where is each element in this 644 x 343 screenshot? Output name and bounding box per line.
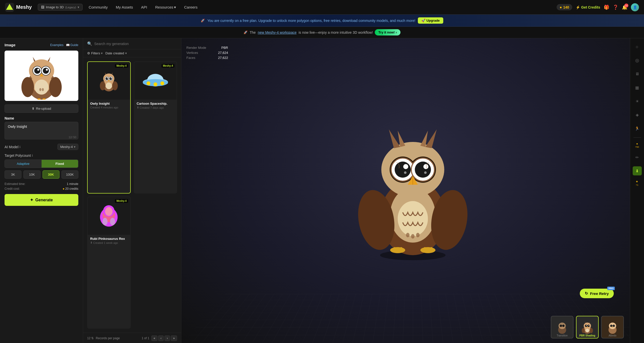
estimated-time-value: 1 minute [67, 182, 78, 186]
svg-point-40 [147, 82, 150, 85]
nav-careers[interactable]: Careers [184, 5, 197, 9]
notifications-button[interactable]: 🔔 10 [622, 5, 627, 10]
get-credits-button[interactable]: ⚡ Get Credits [576, 5, 600, 9]
upload-icon: ⬆ [32, 107, 35, 110]
name-input[interactable]: Owly Insight [5, 122, 78, 139]
meshy-tag: Meshy-4 [161, 64, 175, 68]
target-polycount-section: Target Polycount ℹ Adaptive Fixed 3K 10K… [5, 154, 78, 179]
viewer-area[interactable]: Render Mode PBR Vertices 27,624 Faces 27… [181, 38, 644, 343]
upgrade-button-promo[interactable]: 🚀 Upgrade [418, 17, 443, 24]
svg-point-33 [107, 78, 108, 79]
filter-bar: ⚙ Filters ▾ Date created ▾ [83, 49, 181, 57]
polycount-tabs: Adaptive Fixed [5, 160, 78, 168]
owl-3d-model [356, 122, 469, 260]
svg-point-95 [585, 325, 587, 327]
svg-point-85 [559, 322, 566, 329]
star-credits-indicator: ★ +1 [636, 180, 638, 186]
svg-point-17 [35, 80, 49, 95]
item-name: Cartoon Spaceship. [137, 102, 174, 105]
download-icon[interactable]: ⬇ [633, 166, 642, 175]
info-icon2[interactable]: ℹ [32, 154, 33, 157]
view-light-icon[interactable]: ☀ [633, 97, 642, 106]
prev-page-button[interactable]: ‹ [158, 335, 164, 341]
page-info: 1 of 1 [142, 336, 149, 340]
size-10k[interactable]: 10K [23, 170, 40, 179]
main-layout: Image Examples 📖 Guide [0, 38, 644, 343]
svg-point-94 [584, 322, 591, 329]
right-panel: Render Mode PBR Vertices 27,624 Faces 27… [181, 38, 644, 343]
free-retry-button[interactable]: ↻ Free Retry PRO [580, 289, 614, 298]
name-label: Name [5, 116, 14, 120]
svg-point-87 [562, 325, 564, 327]
examples-link[interactable]: Examples [50, 43, 63, 47]
list-item[interactable]: Meshy-4 Cartoon Spaceship. ⬇ Created [134, 61, 177, 194]
credits-badge[interactable]: ● 140 [557, 4, 572, 10]
list-item[interactable]: Meshy-4 Rubi Pinkosaurus Rex ⬇ Create [87, 197, 131, 329]
view-grid-icon[interactable]: ▦ [633, 83, 642, 92]
adaptive-tab[interactable]: Adaptive [5, 160, 42, 168]
credit-cost-value: ● 20 credits [63, 187, 78, 190]
per-page-selector[interactable]: 12 ⇅ [87, 336, 94, 340]
rocket-icon: 🚀 [201, 19, 205, 22]
workspace-link[interactable]: new Meshy-4 workspace [258, 30, 296, 34]
item-info: Owly Insight Created 4 minutes ago [88, 100, 130, 111]
gift-button[interactable]: 🎁 [604, 5, 609, 10]
generation-grid: Meshy-4 [83, 57, 181, 333]
sparkle-icon: ✦ [30, 198, 33, 202]
size-30k[interactable]: 30K [43, 170, 59, 179]
logo[interactable]: Meshy [5, 3, 32, 12]
pagination: 12 ⇅ Records per page 1 of 1 « ‹ › » [83, 333, 181, 343]
first-page-button[interactable]: « [151, 335, 158, 341]
svg-point-36 [106, 83, 112, 89]
svg-point-104 [613, 325, 615, 327]
model-selector[interactable]: Meshy-4 ▾ [57, 144, 78, 150]
svg-marker-66 [425, 129, 437, 148]
try-now-button[interactable]: Try it now! › [375, 29, 400, 35]
date-created-button[interactable]: Date created ▾ [105, 51, 127, 55]
last-page-button[interactable]: » [171, 335, 177, 341]
svg-point-42 [160, 82, 164, 85]
list-item[interactable]: Meshy-4 [87, 61, 131, 194]
view-target-icon[interactable]: ◎ [633, 56, 642, 65]
item-date: ⬇ Created 1 week ago [90, 241, 128, 244]
avatar[interactable]: 👤 [631, 3, 639, 11]
generate-button[interactable]: ✦ Generate [5, 194, 78, 206]
reupload-button[interactable]: ⬆ Re-upload [5, 104, 78, 113]
svg-point-48 [110, 218, 115, 225]
view-material-icon[interactable]: ◈ [633, 110, 642, 119]
promo-banner: 🚀 You are currently on a free plan. Upgr… [0, 15, 644, 27]
help-button[interactable]: ❓ [613, 5, 618, 10]
chevron-down-icon: ▾ [174, 5, 176, 10]
size-3k[interactable]: 3K [5, 170, 21, 179]
item-thumbnail: Meshy-4 [88, 197, 130, 235]
svg-point-100 [586, 329, 589, 332]
nav-api[interactable]: API [141, 5, 147, 9]
next-page-button[interactable]: › [164, 335, 170, 341]
image-upload-area[interactable] [5, 51, 78, 101]
owl-preview-art [19, 52, 64, 100]
search-input[interactable] [94, 42, 177, 46]
render-mode-value: PBR [221, 46, 228, 50]
nav-community[interactable]: Community [89, 5, 108, 9]
size-100k[interactable]: 100K [61, 170, 78, 179]
chevron-down-icon2: ▾ [125, 51, 127, 55]
guide-link[interactable]: 📖 Guide [66, 43, 78, 47]
mode-selector[interactable]: 🖼 Image to 3D (Legacy) ▾ [38, 4, 83, 11]
svg-point-96 [587, 325, 590, 327]
view-monitor-icon[interactable]: 🖥 [633, 69, 642, 79]
nav-my-assets[interactable]: My Assets [116, 5, 133, 9]
info-icon[interactable]: ℹ [19, 145, 21, 149]
thumb-transition[interactable]: Transition [551, 316, 573, 338]
thumb-albedo[interactable]: Albedo [601, 316, 624, 338]
nav-resources[interactable]: Resources▾ [155, 5, 176, 10]
thumb-pbr[interactable]: PBR Shading [576, 316, 599, 338]
draw-icon[interactable]: ✏ [633, 153, 642, 162]
coin-icon: ● [560, 5, 562, 9]
item-name: Owly Insight [90, 102, 128, 105]
svg-point-14 [37, 69, 39, 71]
credit-cost-label: Credit cost: [5, 187, 20, 190]
view-sphere-icon[interactable]: ○ [633, 42, 642, 51]
view-animate-icon[interactable]: 🏃 [633, 124, 642, 133]
filters-button[interactable]: ⚙ Filters ▾ [87, 51, 103, 55]
fixed-tab[interactable]: Fixed [42, 160, 78, 168]
